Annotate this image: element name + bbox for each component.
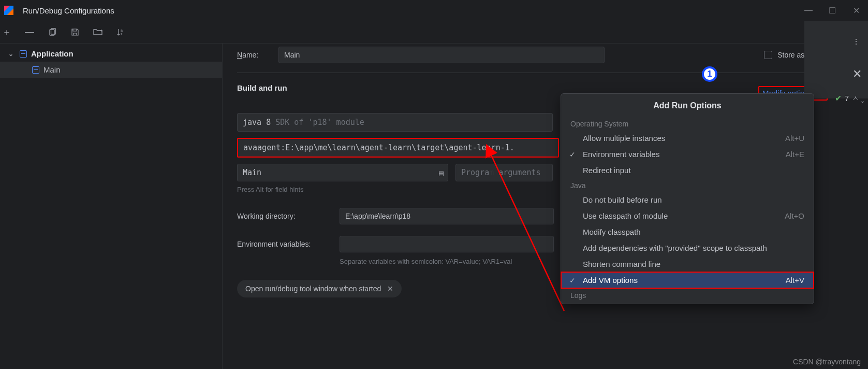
folder-icon[interactable]: + xyxy=(93,27,102,37)
env-vars-label: Environment variables: xyxy=(237,240,340,248)
name-input[interactable] xyxy=(278,47,605,63)
callout-badge-1: 1 xyxy=(702,66,717,82)
tree-child-label: Main xyxy=(43,65,61,74)
working-directory-input[interactable] xyxy=(340,208,554,224)
dd-use-classpath[interactable]: Use classpath of moduleAlt+O xyxy=(561,208,814,224)
inspection-status[interactable]: ✔ 7 ㅅˬ xyxy=(835,93,863,103)
dd-modify-classpath[interactable]: Modify classpath xyxy=(561,224,814,240)
name-label: Name: xyxy=(237,51,278,59)
more-icon[interactable]: ⋮ xyxy=(852,37,861,46)
window-title: Run/Debug Configurations xyxy=(23,6,114,15)
dd-provided-scope[interactable]: Add dependencies with "provided" scope t… xyxy=(561,240,814,256)
dd-category: Logs xyxy=(561,288,814,302)
titlebar: Run/Debug Configurations xyxy=(0,0,868,21)
working-directory-label: Working directory: xyxy=(237,212,340,220)
minimize-button[interactable]: — xyxy=(797,0,820,21)
watermark: CSDN @trayvontang xyxy=(793,358,861,366)
open-tool-window-chip[interactable]: Open run/debug tool window when started … xyxy=(237,280,402,297)
right-panel-strip: ⋮ ✕ ✔ 7 ㅅˬ xyxy=(804,21,868,98)
store-checkbox[interactable] xyxy=(764,51,772,59)
dd-env-vars[interactable]: ✓Environment variablesAlt+E xyxy=(561,146,814,162)
config-toolbar: ＋ — + az xyxy=(0,21,868,44)
sort-icon[interactable]: az xyxy=(116,27,125,37)
check-icon: ✓ xyxy=(569,150,576,159)
close-icon[interactable]: ✕ xyxy=(852,67,862,81)
dd-no-build[interactable]: Do not build before run xyxy=(561,192,814,208)
check-icon: ✓ xyxy=(569,276,576,285)
config-tree: ⌄ Application Main xyxy=(0,44,223,369)
dd-category: Java xyxy=(561,178,814,192)
dd-shorten-cmd[interactable]: Shorten command line xyxy=(561,256,814,272)
env-vars-input[interactable] xyxy=(340,236,554,252)
dropdown-title: Add Run Options xyxy=(561,94,814,117)
sdk-select[interactable]: java 8 SDK of 'p18' module xyxy=(237,113,553,132)
application-icon xyxy=(32,66,39,74)
chevron-down-icon: ⌄ xyxy=(8,50,16,58)
close-button[interactable]: ✕ xyxy=(844,0,868,21)
tree-application[interactable]: ⌄ Application xyxy=(0,46,222,62)
dd-add-vm-options[interactable]: ✓Add VM optionsAlt+V xyxy=(561,272,814,288)
remove-icon[interactable]: — xyxy=(25,27,34,37)
vm-options-input[interactable]: avaagent:E:\app\me\learn\agent-learn\tar… xyxy=(237,138,559,158)
save-icon[interactable] xyxy=(70,27,80,37)
check-icon: ✔ xyxy=(835,93,842,103)
expand-icon[interactable]: ▤ xyxy=(439,168,444,178)
tree-parent-label: Application xyxy=(31,49,73,58)
tree-main[interactable]: Main xyxy=(0,62,222,78)
add-run-options-dropdown: Add Run Options Operating System Allow m… xyxy=(561,93,814,304)
svg-text:+: + xyxy=(100,28,102,33)
add-icon[interactable]: ＋ xyxy=(2,27,11,37)
build-run-heading: Build and run xyxy=(237,83,287,92)
svg-text:z: z xyxy=(121,32,123,36)
program-arguments-input[interactable]: Program arguments xyxy=(455,164,553,181)
dd-redirect-input[interactable]: Redirect input xyxy=(561,162,814,178)
maximize-button[interactable]: ☐ xyxy=(820,0,844,21)
application-icon xyxy=(20,50,27,58)
svg-text:a: a xyxy=(121,29,123,32)
dd-category: Operating System xyxy=(561,117,814,130)
window-controls: — ☐ ✕ xyxy=(797,0,868,21)
main-class-input[interactable]: Main ▤ xyxy=(237,164,448,181)
intellij-icon xyxy=(4,6,13,15)
close-icon[interactable]: ✕ xyxy=(387,285,393,293)
dd-allow-multiple[interactable]: Allow multiple instancesAlt+U xyxy=(561,130,814,146)
copy-icon[interactable] xyxy=(48,27,57,37)
